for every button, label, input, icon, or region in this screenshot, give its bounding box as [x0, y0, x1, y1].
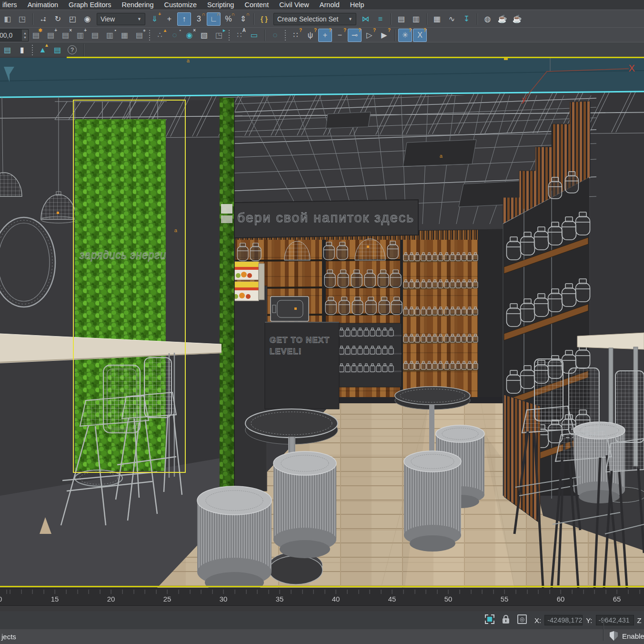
plugin-toolbar: ▤▮ ▲▲▤? — [0, 42, 644, 58]
clipped-select-icon[interactable]: ◧ — [0, 12, 14, 26]
select-place-icon[interactable]: ↑ — [177, 12, 191, 26]
select-and-rotate-icon[interactable]: ↻ — [51, 12, 65, 26]
right-wall[interactable] — [590, 92, 644, 335]
help-icon[interactable]: ? — [65, 43, 79, 57]
display-selected-icon[interactable]: ◌▪ — [168, 29, 181, 42]
layer-manager-icon[interactable]: ▤✱ — [29, 29, 43, 42]
menu-item[interactable]: Rendering — [117, 0, 159, 10]
y-coord-field[interactable]: -9642,431 — [596, 615, 634, 625]
material-editor-icon[interactable]: ◍ — [481, 12, 494, 26]
select-objects-in-layer-icon[interactable]: ▤ — [88, 29, 102, 42]
forest-trees-icon[interactable]: ▲▲ — [36, 43, 50, 57]
vertex-snap-icon[interactable]: ψ? — [303, 29, 317, 42]
angle-snap-icon[interactable]: ∟∩ — [207, 12, 221, 26]
snaps-toggle-icon[interactable]: 3∩ — [192, 12, 206, 26]
microwave-wireframe[interactable] — [271, 296, 309, 321]
x-coord-field[interactable]: -42498,172 — [544, 615, 583, 625]
pivot-snap-icon[interactable]: +? — [318, 29, 332, 42]
toolbar-separator — [149, 30, 150, 41]
ceiling-light-panel[interactable] — [326, 112, 371, 128]
selection-set-dropdown[interactable]: Create Selection Set▼ — [273, 13, 356, 25]
viewport-scene[interactable]: GET TO NEXT LEVEL! бери свой напиток зде… — [0, 57, 644, 588]
layer-stack-icon[interactable]: ▤ — [0, 43, 14, 57]
endpoint-snap-icon[interactable]: −? — [333, 29, 347, 42]
schematic-view-icon[interactable]: ↧ — [460, 12, 473, 26]
coordinate-spinner-field[interactable]: 00,0▲▼ — [0, 29, 29, 41]
notes-list-icon[interactable]: ▤ — [50, 43, 64, 57]
set-current-layer-icon[interactable]: ▥▪ — [103, 29, 117, 42]
security-status-label: Enabled — [622, 632, 644, 640]
counter-sign-panel[interactable]: GET TO NEXT LEVEL! — [265, 322, 339, 409]
mirror-icon[interactable]: ⋈ — [359, 12, 372, 26]
use-pivot-point-icon[interactable]: ⇓+ — [148, 12, 161, 26]
timeline-frame-label: 25 — [163, 595, 171, 603]
status-bar: ◎ X: -42498,172 Y: -9642,431 Z — [0, 611, 644, 629]
menu-item[interactable]: Customize — [159, 0, 202, 10]
svg-text:a: a — [187, 58, 190, 63]
document-page-icon[interactable]: ▮ — [15, 43, 29, 57]
menu-item[interactable]: Civil View — [274, 0, 314, 10]
edge-snap-icon[interactable]: ▷? — [362, 29, 376, 42]
percent-snap-icon[interactable]: %∩ — [221, 12, 235, 26]
menu-item[interactable]: ifiers — [0, 0, 22, 10]
cylinder-stool[interactable] — [273, 451, 336, 558]
menu-item[interactable]: Help — [345, 0, 370, 10]
spinner-snap-icon[interactable]: ⇕∩ — [236, 12, 250, 26]
layer-explorer-icon[interactable]: ▥ — [409, 12, 423, 26]
perspective-viewport[interactable]: GET TO NEXT LEVEL! бери свой напиток зде… — [0, 57, 644, 588]
grid-point-snap-icon[interactable]: ∷? — [289, 29, 302, 42]
menu-item[interactable]: Scripting — [202, 0, 239, 10]
absolute-mode-icon[interactable]: ◎ — [517, 614, 527, 624]
merge-layers-icon[interactable]: ▦ — [118, 29, 131, 42]
face-snap-icon[interactable]: ▶? — [377, 29, 391, 42]
curve-editor-icon[interactable]: ∿ — [445, 12, 459, 26]
add-to-current-layer-icon[interactable]: ▥+ — [73, 29, 87, 42]
gizmo-toggle-icon[interactable]: ◳▸ — [212, 29, 226, 42]
selection-lock-region-icon[interactable] — [485, 614, 494, 624]
create-new-layer-icon[interactable]: ▤+ — [44, 29, 58, 42]
render-setup-icon[interactable]: ☕ — [495, 12, 509, 26]
menu-item[interactable]: Graph Editors — [63, 0, 116, 10]
xview-icon[interactable]: ◉× — [182, 29, 196, 42]
ribbon-toggle-icon[interactable]: ▦ — [430, 12, 444, 26]
scene-explorer-icon[interactable]: ▤ — [394, 12, 408, 26]
spinner-arrows-icon[interactable]: ▲▼ — [22, 30, 28, 41]
reference-coordinate-dropdown[interactable]: View▼ — [97, 13, 145, 25]
midpoint-snap-icon[interactable]: ⊸? — [348, 29, 362, 42]
chevron-down-icon: ▼ — [344, 17, 352, 21]
prompt-bar: jects — [0, 629, 644, 644]
measure-tool-icon[interactable]: ▭ — [247, 29, 261, 42]
status-prompt-text: jects — [0, 633, 16, 641]
timeline-track-bar[interactable]: 101520253035404550556065 — [0, 588, 644, 612]
menu-item[interactable]: Animation — [22, 0, 63, 10]
axis-x-label: X — [629, 63, 635, 73]
toolbar-panel-edge — [83, 44, 84, 56]
align-icon[interactable]: ≡ — [373, 12, 387, 26]
banner-sign[interactable]: бери свой напиток здесь — [234, 200, 418, 238]
counter-sign-line2: LEVEL! — [270, 347, 302, 356]
layer-properties-icon[interactable]: ▤● — [132, 29, 146, 42]
render-frame-icon[interactable]: ☕ — [510, 12, 524, 26]
selection-brackets-icon[interactable]: ◌ — [268, 29, 282, 42]
ceiling-top-plane[interactable] — [0, 58, 644, 97]
select-and-manipulate-icon[interactable]: + — [162, 12, 176, 26]
menu-bar: ifiersAnimationGraph EditorsRenderingCus… — [0, 0, 644, 10]
lock-icon[interactable] — [503, 618, 509, 624]
viewport-border-bottom — [0, 586, 644, 587]
menu-item[interactable]: Arnold — [314, 0, 345, 10]
timeline-groove — [0, 605, 644, 606]
cylinder-stool[interactable] — [197, 486, 272, 588]
cylinder-stool[interactable] — [404, 451, 461, 552]
named-selection-sets-icon[interactable]: { } — [257, 12, 271, 26]
paint-objects-icon[interactable]: ▧ — [197, 29, 211, 42]
select-and-scale-icon[interactable]: ◰ — [66, 12, 80, 26]
xref-snap-icon[interactable]: X? — [413, 29, 427, 42]
frozen-snap-icon[interactable]: ✳? — [398, 29, 412, 42]
isolate-selection-icon[interactable]: ∴▴ — [153, 29, 167, 42]
pivot-center-icon[interactable]: ◉ — [80, 12, 94, 26]
menu-item[interactable]: Content — [239, 0, 274, 10]
grid-align-icon[interactable]: ∷A — [232, 29, 246, 42]
window-crossing-toggle-icon[interactable]: ◳ — [15, 12, 29, 26]
delete-layer-icon[interactable]: ▤× — [59, 29, 72, 42]
select-and-move-icon[interactable]: ↔↕ — [36, 12, 50, 26]
